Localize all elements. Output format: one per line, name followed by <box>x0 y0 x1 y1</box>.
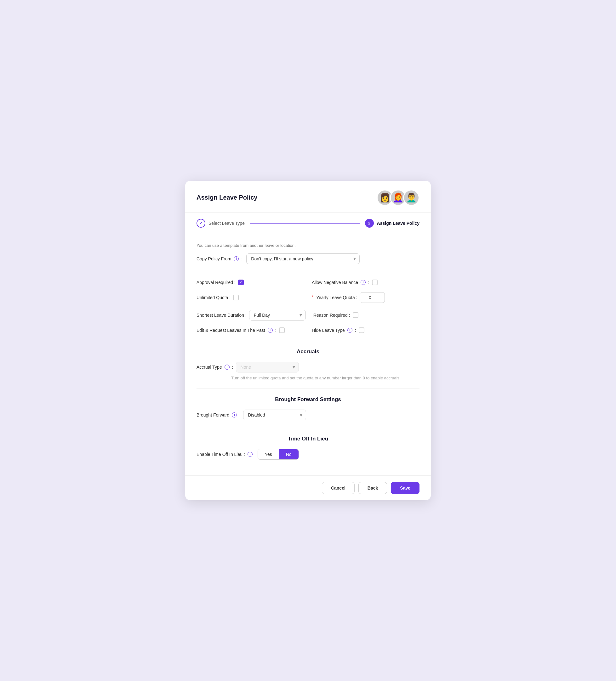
row-duration-reason: Shortest Leave Duration : Full Day Half … <box>197 310 419 321</box>
stepper-line <box>250 223 360 224</box>
step-2: 2 Assign Leave Policy <box>365 219 419 228</box>
unlimited-quota-group: Unlimited Quota : <box>197 295 304 300</box>
edit-request-past-checkbox[interactable] <box>279 327 285 333</box>
time-off-label: Enable Time Off In Lieu : <box>197 452 245 457</box>
edit-request-info-icon[interactable]: i <box>268 328 273 333</box>
brought-forward-group: Brought Forward i : Disabled Enabled <box>197 410 306 420</box>
back-button[interactable]: Back <box>359 482 387 494</box>
allow-negative-balance-info-icon[interactable]: i <box>361 280 366 285</box>
step-2-label: Assign Leave Policy <box>377 221 419 226</box>
stepper: ✓ Select Leave Type 2 Assign Leave Polic… <box>185 212 431 234</box>
time-off-group: Enable Time Off In Lieu : i Yes No <box>197 449 299 460</box>
assign-leave-policy-modal: Assign Leave Policy ✓ Select Leave Type … <box>185 181 431 501</box>
row-approval-negative: Approval Required : ✓ Allow Negative Bal… <box>197 280 419 285</box>
approval-required-group: Approval Required : ✓ <box>197 280 304 285</box>
step-2-icon: 2 <box>365 219 374 228</box>
allow-negative-colon: : <box>368 280 369 285</box>
brought-forward-colon: : <box>239 412 241 418</box>
row-edit-hide: Edit & Request Leaves In The Past i : Hi… <box>197 327 419 333</box>
brought-forward-info-icon[interactable]: i <box>232 412 237 418</box>
cancel-button[interactable]: Cancel <box>322 482 354 494</box>
copy-policy-label-group: Copy Policy From i : <box>197 256 243 261</box>
avatar-group <box>377 190 419 206</box>
modal-body: You can use a template from another leav… <box>185 234 431 476</box>
hide-leave-info-icon[interactable]: i <box>347 328 352 333</box>
required-star: * <box>312 295 314 300</box>
step-1-label: Select Leave Type <box>208 221 245 226</box>
edit-request-past-label: Edit & Request Leaves In The Past <box>197 328 265 333</box>
avatar-3 <box>403 190 419 206</box>
copy-policy-colon: : <box>241 256 243 261</box>
template-hint: You can use a template from another leav… <box>197 243 419 248</box>
time-off-section-title: Time Off In Lieu <box>197 436 419 442</box>
copy-policy-select-wrapper: Don't copy, I'll start a new policy <box>246 253 360 264</box>
shortest-duration-group: Shortest Leave Duration : Full Day Half … <box>197 310 306 321</box>
shortest-duration-select-wrapper: Full Day Half Day 1 Hour <box>249 310 306 321</box>
accrual-colon: : <box>232 364 233 370</box>
allow-negative-balance-label: Allow Negative Balance <box>312 280 358 285</box>
time-off-yes-button[interactable]: Yes <box>258 449 279 459</box>
step-1: ✓ Select Leave Type <box>197 219 245 228</box>
accrual-note: Turn off the unlimited quota and set the… <box>231 375 401 381</box>
accrual-type-info-icon[interactable]: i <box>225 364 229 370</box>
avatar-3-image <box>406 192 417 203</box>
copy-policy-row: Copy Policy From i : Don't copy, I'll st… <box>197 253 419 264</box>
yearly-leave-quota-label: Yearly Leave Quota : <box>316 295 357 300</box>
hide-leave-colon: : <box>355 328 356 333</box>
hide-leave-type-label: Hide Leave Type <box>312 328 345 333</box>
divider-2 <box>197 340 419 341</box>
allow-negative-balance-group: Allow Negative Balance i : <box>312 280 419 285</box>
avatar-2-image <box>393 192 404 203</box>
avatar-1-image <box>379 192 391 203</box>
time-off-toggle-group: Yes No <box>257 449 299 460</box>
brought-forward-select[interactable]: Disabled Enabled <box>243 410 306 420</box>
reason-required-checkbox[interactable] <box>353 312 359 318</box>
unlimited-quota-checkbox[interactable] <box>233 295 239 300</box>
accrual-type-label: Accrual Type <box>197 364 222 370</box>
brought-forward-select-wrapper: Disabled Enabled <box>243 410 306 420</box>
modal-header: Assign Leave Policy <box>185 181 431 212</box>
step-1-icon: ✓ <box>197 219 205 228</box>
shortest-duration-select[interactable]: Full Day Half Day 1 Hour <box>249 310 306 321</box>
hide-leave-type-checkbox[interactable] <box>359 327 364 333</box>
accrual-type-select-wrapper: None <box>236 362 299 373</box>
accrual-type-row: Accrual Type i : None <box>197 362 419 373</box>
approval-required-label: Approval Required : <box>197 280 236 285</box>
brought-forward-label: Brought Forward <box>197 412 229 418</box>
divider-1 <box>197 272 419 272</box>
modal-footer: Cancel Back Save <box>185 475 431 500</box>
copy-policy-info-icon[interactable]: i <box>234 256 239 261</box>
edit-request-past-group: Edit & Request Leaves In The Past i : <box>197 327 304 333</box>
hide-leave-type-group: Hide Leave Type i : <box>312 327 419 333</box>
reason-required-group: Reason Required : <box>313 312 419 318</box>
shortest-duration-label: Shortest Leave Duration : <box>197 313 247 318</box>
edit-request-colon: : <box>275 328 276 333</box>
approval-required-checkbox[interactable]: ✓ <box>238 280 244 285</box>
modal-title: Assign Leave Policy <box>197 194 257 201</box>
accrual-type-group: Accrual Type i : None <box>197 362 299 373</box>
reason-required-label: Reason Required : <box>313 313 350 318</box>
brought-forward-section-title: Brought Forward Settings <box>197 396 419 403</box>
yearly-quota-group: * Yearly Leave Quota : <box>312 292 419 303</box>
yearly-leave-quota-input[interactable] <box>360 292 385 303</box>
brought-forward-row: Brought Forward i : Disabled Enabled <box>197 410 419 420</box>
time-off-row: Enable Time Off In Lieu : i Yes No <box>197 449 419 460</box>
time-off-no-button[interactable]: No <box>279 449 299 459</box>
save-button[interactable]: Save <box>391 482 419 494</box>
time-off-info-icon[interactable]: i <box>248 452 252 457</box>
accrual-type-select[interactable]: None <box>236 362 299 373</box>
divider-3 <box>197 388 419 389</box>
allow-negative-balance-checkbox[interactable] <box>372 280 377 285</box>
divider-4 <box>197 428 419 428</box>
unlimited-quota-label: Unlimited Quota : <box>197 295 230 300</box>
copy-policy-label: Copy Policy From <box>197 256 231 261</box>
copy-policy-select[interactable]: Don't copy, I'll start a new policy <box>246 253 360 264</box>
row-quota: Unlimited Quota : * Yearly Leave Quota : <box>197 292 419 303</box>
accruals-section-title: Accruals <box>197 349 419 355</box>
